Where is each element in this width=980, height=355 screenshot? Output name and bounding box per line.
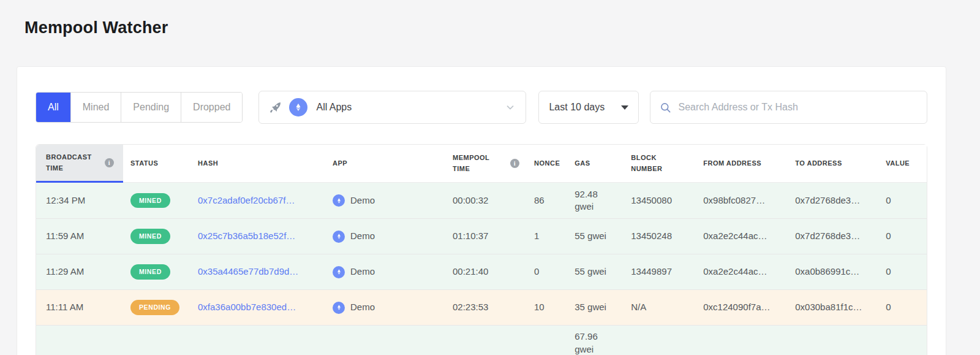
transactions-table: BROADCAST TIMEi STATUS HASH APP MEMPOOL … — [36, 144, 927, 355]
cell-app — [325, 325, 445, 355]
column-header-to-address[interactable]: TO ADDRESS — [788, 145, 878, 183]
cell-block-number: 13449897 — [624, 254, 696, 289]
cell-broadcast-time — [36, 325, 123, 355]
cell-to-address: 0x030ba81f1c… — [788, 289, 878, 325]
app-filter-dropdown[interactable]: All Apps — [258, 91, 526, 124]
cell-gas: 55 gwei — [567, 254, 624, 289]
cell-hash: 0x35a4465e77db7d9d… — [190, 254, 325, 289]
column-header-mempool-time[interactable]: MEMPOOL TIMEi — [445, 145, 527, 183]
cell-mempool-time: 01:10:37 — [445, 218, 527, 254]
app-name: Demo — [350, 265, 375, 278]
info-icon[interactable]: i — [510, 159, 519, 168]
table-row: 12:34 PMMINED0x7c2adaf0ef20cb67f…Demo00:… — [36, 183, 927, 218]
column-header-gas[interactable]: GAS — [567, 145, 624, 183]
cell-nonce: 0 — [527, 254, 567, 289]
cell-mempool-time: 02:23:53 — [445, 289, 527, 325]
cell-status: MINED — [123, 254, 190, 289]
cell-broadcast-time: 12:34 PM — [36, 183, 123, 218]
cell-app: Demo — [325, 254, 445, 289]
search-box[interactable] — [650, 91, 927, 124]
cell-block-number — [624, 325, 696, 355]
cell-from-address — [696, 325, 788, 355]
cell-app: Demo — [325, 183, 445, 218]
cell-to-address: 0x7d2768de3… — [788, 183, 878, 218]
column-header-app[interactable]: APP — [325, 145, 445, 183]
status-filter-tabs: AllMinedPendingDropped — [36, 92, 243, 123]
status-badge: MINED — [130, 264, 170, 279]
status-badge: MINED — [130, 193, 170, 208]
cell-hash: 0x7c2adaf0ef20cb67f… — [190, 183, 325, 218]
tx-hash-link[interactable]: 0x25c7b36a5b18e52f… — [198, 231, 295, 241]
cell-hash — [190, 325, 325, 355]
column-header-from-address[interactable]: FROM ADDRESS — [696, 145, 788, 183]
cell-from-address: 0xa2e2c44ac… — [696, 218, 788, 254]
info-icon[interactable]: i — [105, 158, 114, 167]
cell-block-number: 13450080 — [624, 183, 696, 218]
column-header-block-number[interactable]: BLOCK NUMBER — [624, 145, 696, 183]
app-filter-label: All Apps — [316, 102, 352, 113]
cell-value: 0 — [878, 218, 927, 254]
table-row: 11:11 AMPENDING0xfa36a00bb7e830ed…Demo02… — [36, 289, 927, 325]
search-input[interactable] — [678, 102, 918, 113]
cell-nonce — [527, 325, 567, 355]
status-badge: MINED — [130, 229, 170, 243]
cell-block-number: 13450248 — [624, 218, 696, 254]
chevron-down-icon — [505, 102, 516, 113]
app-name: Demo — [350, 301, 375, 313]
cell-to-address — [788, 325, 878, 355]
date-range-dropdown[interactable]: Last 10 days — [538, 91, 639, 124]
tx-hash-link[interactable]: 0x35a4465e77db7d9d… — [198, 266, 298, 277]
cell-hash: 0xfa36a00bb7e830ed… — [190, 289, 325, 325]
table-row: 11:29 AMMINED0x35a4465e77db7d9d…Demo00:2… — [36, 254, 927, 289]
cell-to-address: 0x7d2768de3… — [788, 218, 878, 254]
cell-from-address: 0xc124090f7a… — [696, 289, 788, 325]
cell-value — [878, 325, 927, 355]
cell-value: 0 — [878, 254, 927, 289]
status-badge: PENDING — [130, 300, 179, 315]
page-title: Mempool Watcher — [24, 18, 168, 37]
column-header-hash[interactable]: HASH — [190, 145, 325, 183]
cell-status: MINED — [123, 218, 190, 254]
cell-broadcast-time: 11:11 AM — [36, 289, 123, 325]
table-row: 11:59 AMMINED0x25c7b36a5b18e52f…Demo01:1… — [36, 218, 927, 254]
cell-to-address: 0xa0b86991c… — [788, 254, 878, 289]
app-name: Demo — [350, 194, 375, 207]
status-tab-all[interactable]: All — [36, 93, 71, 122]
date-range-label: Last 10 days — [549, 102, 605, 113]
status-tab-mined[interactable]: Mined — [71, 93, 122, 122]
cell-broadcast-time: 11:29 AM — [36, 254, 123, 289]
column-header-value[interactable]: VALUE — [878, 145, 927, 183]
status-tab-pending[interactable]: Pending — [121, 93, 181, 122]
cell-from-address: 0xa2e2c44ac… — [696, 254, 788, 289]
ethereum-icon — [333, 266, 345, 278]
ethereum-icon — [333, 231, 345, 243]
cell-nonce: 1 — [527, 218, 567, 254]
column-header-nonce[interactable]: NONCE — [527, 145, 567, 183]
cell-value: 0 — [878, 289, 927, 325]
cell-block-number: N/A — [624, 289, 696, 325]
table-header-row: BROADCAST TIMEi STATUS HASH APP MEMPOOL … — [36, 145, 927, 183]
tx-hash-link[interactable]: 0xfa36a00bb7e830ed… — [198, 302, 296, 312]
app-name: Demo — [350, 230, 375, 242]
table-row: 67.96 gwei — [36, 325, 927, 355]
mempool-card: AllMinedPendingDropped All Apps — [17, 66, 946, 355]
cell-nonce: 86 — [527, 183, 567, 218]
cell-mempool-time — [445, 325, 527, 355]
cell-from-address: 0x98bfc0827… — [696, 183, 788, 218]
cell-mempool-time: 00:21:40 — [445, 254, 527, 289]
cell-value: 0 — [878, 183, 927, 218]
tx-hash-link[interactable]: 0x7c2adaf0ef20cb67f… — [198, 195, 295, 205]
cell-broadcast-time: 11:59 AM — [36, 218, 123, 254]
table-body: 12:34 PMMINED0x7c2adaf0ef20cb67f…Demo00:… — [36, 183, 927, 355]
status-tab-dropped[interactable]: Dropped — [181, 93, 242, 122]
column-header-status[interactable]: STATUS — [123, 145, 190, 183]
ethereum-icon — [333, 302, 345, 314]
search-icon — [660, 102, 671, 113]
cell-gas: 35 gwei — [567, 289, 624, 325]
cell-status — [123, 325, 190, 355]
column-header-broadcast-time[interactable]: BROADCAST TIMEi — [36, 145, 123, 183]
cell-nonce: 10 — [527, 289, 567, 325]
cell-gas: 55 gwei — [567, 218, 624, 254]
ethereum-icon — [289, 98, 307, 116]
cell-gas: 67.96 gwei — [567, 325, 624, 355]
